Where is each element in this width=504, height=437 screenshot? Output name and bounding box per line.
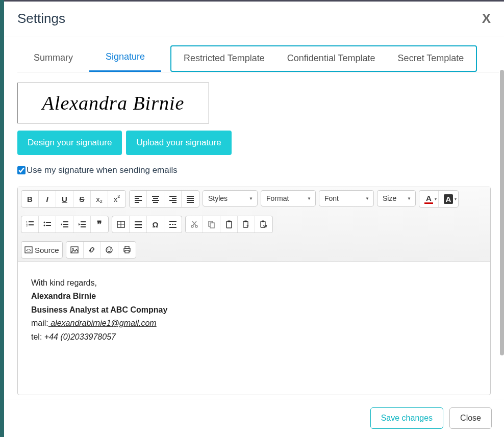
svg-text:W: W (263, 224, 267, 228)
signature-greeting: With kind regards, (31, 276, 477, 290)
svg-rect-0 (135, 196, 142, 197)
modal-title: Settings (17, 11, 65, 27)
source-button[interactable]: <> Source (21, 242, 62, 258)
align-justify-button[interactable] (182, 191, 199, 207)
svg-rect-49 (226, 221, 232, 228)
list-group: 12 ❞ (21, 216, 109, 233)
svg-rect-12 (187, 196, 194, 197)
svg-rect-4 (152, 196, 159, 197)
align-group (129, 190, 199, 208)
svg-rect-11 (172, 202, 177, 203)
table-button[interactable] (112, 216, 130, 233)
signature-tel-line: tel: +44 (0)2033978057 (31, 330, 477, 344)
svg-text:T: T (246, 224, 249, 228)
paste-word-button[interactable]: W (255, 216, 272, 233)
upload-signature-button[interactable]: Upload your signature (126, 131, 231, 155)
italic-button[interactable]: I (39, 191, 56, 207)
svg-point-43 (191, 225, 193, 227)
tab-signature[interactable]: Signature (89, 45, 161, 72)
signature-mail-line: mail: alexandrabirnie1@gmail.com (31, 317, 477, 330)
mail-link[interactable]: alexandrabirnie1@gmail.com (48, 319, 157, 327)
font-select[interactable]: Font (319, 190, 374, 207)
svg-rect-25 (63, 224, 68, 225)
insert-group: Ω (112, 216, 182, 233)
page-break-button[interactable] (164, 216, 182, 233)
text-style-group: B I U S x2 x2 (21, 190, 126, 208)
color-group: A▾ A▾ (419, 190, 459, 208)
horizontal-rule-button[interactable] (130, 216, 147, 233)
cut-button[interactable] (186, 216, 203, 233)
bold-button[interactable]: B (21, 191, 39, 207)
copy-button[interactable] (203, 216, 220, 233)
svg-rect-6 (152, 200, 159, 201)
modal-footer: Save changes Close (4, 399, 504, 437)
svg-rect-14 (187, 200, 194, 201)
svg-marker-27 (61, 223, 62, 226)
svg-rect-42 (169, 227, 177, 228)
link-button[interactable] (84, 242, 101, 258)
svg-rect-10 (169, 200, 177, 201)
size-select[interactable]: Size (377, 190, 416, 207)
svg-rect-21 (46, 222, 51, 223)
source-group: <> Source (21, 241, 63, 259)
ordered-list-button[interactable]: 12 (21, 216, 39, 233)
align-center-button[interactable] (147, 191, 164, 207)
format-select[interactable]: Format (261, 190, 316, 207)
paste-button[interactable] (220, 216, 238, 233)
svg-rect-50 (228, 221, 231, 222)
superscript-button[interactable]: x2 (108, 191, 125, 207)
align-left-button[interactable] (130, 191, 147, 207)
tab-secret-template[interactable]: Secret Template (387, 46, 475, 71)
svg-line-46 (192, 221, 196, 225)
styles-select[interactable]: Styles (203, 190, 258, 207)
underline-button[interactable]: U (56, 191, 73, 207)
close-button[interactable]: Close (449, 407, 492, 429)
scrollbar-thumb[interactable] (500, 70, 504, 355)
use-signature-checkbox[interactable] (17, 166, 26, 174)
special-char-button[interactable]: Ω (147, 216, 164, 233)
media-group (66, 241, 136, 259)
signature-role: Business Analyst at ABC Compnay (31, 303, 477, 317)
svg-rect-8 (169, 196, 177, 197)
subscript-button[interactable]: x2 (91, 191, 108, 207)
design-signature-button[interactable]: Design your signature (17, 131, 122, 155)
settings-modal: Settings X Summary Signature Restricted … (4, 0, 504, 437)
use-signature-row[interactable]: Use my signature when sending emails (17, 165, 491, 175)
svg-rect-52 (244, 221, 247, 222)
tab-confidential-template[interactable]: Confidential Template (276, 46, 387, 71)
tab-summary[interactable]: Summary (17, 45, 89, 72)
svg-point-62 (108, 249, 109, 250)
signature-preview: Alexandra Birnie (17, 83, 209, 123)
save-changes-button[interactable]: Save changes (370, 407, 443, 429)
tab-bar: Summary Signature Restricted Template Co… (17, 45, 499, 72)
outdent-button[interactable] (56, 216, 73, 233)
strikethrough-button[interactable]: S (73, 191, 91, 207)
image-button[interactable] (66, 242, 84, 258)
signature-name: Alexandra Birnie (31, 290, 477, 303)
emoji-button[interactable] (101, 242, 118, 258)
text-color-button[interactable]: A▾ (419, 191, 439, 207)
close-icon[interactable]: X (482, 11, 491, 27)
svg-rect-30 (81, 226, 86, 227)
align-right-button[interactable] (164, 191, 182, 207)
indent-button[interactable] (73, 216, 91, 233)
print-button[interactable] (118, 242, 136, 258)
paste-text-button[interactable]: T (238, 216, 255, 233)
background-color-button[interactable]: A▾ (439, 191, 458, 207)
svg-rect-41 (174, 224, 176, 225)
svg-rect-3 (135, 202, 139, 203)
blockquote-button[interactable]: ❞ (91, 216, 108, 233)
unordered-list-button[interactable] (39, 216, 56, 233)
svg-rect-24 (63, 221, 68, 222)
svg-rect-17 (29, 221, 34, 222)
svg-point-22 (43, 225, 45, 226)
editor-body[interactable]: With kind regards, Alexandra Birnie Busi… (18, 262, 490, 395)
svg-rect-26 (63, 226, 68, 227)
svg-rect-35 (135, 221, 142, 222)
source-label: Source (35, 246, 59, 254)
tab-restricted-template[interactable]: Restricted Template (172, 46, 276, 71)
svg-point-60 (72, 248, 74, 250)
svg-rect-5 (153, 198, 158, 199)
rich-text-editor: B I U S x2 x2 (17, 187, 491, 395)
svg-rect-55 (262, 221, 264, 222)
